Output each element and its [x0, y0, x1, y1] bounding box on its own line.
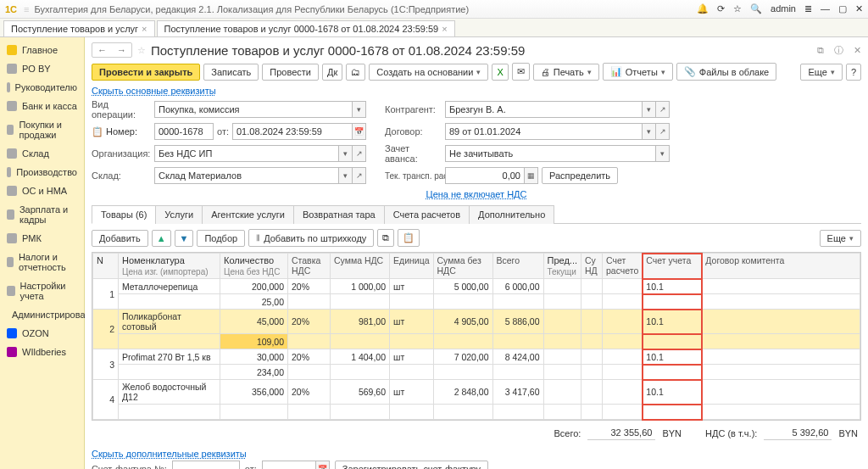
col-cu[interactable]: Су НД [581, 254, 603, 279]
op-type-input[interactable] [154, 101, 353, 118]
window-info-icon[interactable]: ⓘ [834, 44, 843, 57]
add-button[interactable]: Добавить [92, 230, 148, 247]
partner-input[interactable] [445, 101, 643, 118]
sidebar-item-sales[interactable]: Покупки и продажи [0, 115, 84, 144]
excel-icon[interactable]: X [492, 64, 508, 81]
contract-input[interactable] [445, 123, 643, 140]
search-icon[interactable]: 🔍 [750, 3, 762, 14]
number-input[interactable] [154, 123, 214, 140]
sidebar-item-admin[interactable]: Администрирование [0, 305, 84, 324]
table-row-sub[interactable]: 109,00 [93, 334, 860, 349]
close-icon[interactable]: × [142, 24, 147, 34]
sidebar-item-settings[interactable]: Настройки учета [0, 276, 84, 305]
tab-services[interactable]: Услуги [155, 205, 203, 224]
table-row-sub[interactable]: 234,00 [93, 365, 860, 380]
sidebar-item-manager[interactable]: Руководителю [0, 78, 84, 97]
tab-goods[interactable]: Товары (6) [92, 205, 156, 224]
maximize-icon[interactable]: ▢ [838, 3, 847, 14]
sidebar-item-main[interactable]: Главное [0, 41, 84, 59]
dropdown-icon[interactable]: ▾ [339, 167, 353, 184]
col-acc-calc[interactable]: Счет расчето [603, 254, 643, 279]
bell-icon[interactable]: 🔔 [697, 3, 709, 14]
window-close-icon[interactable]: ✕ [854, 45, 861, 56]
menu-icon[interactable]: ≣ [804, 3, 812, 14]
copy-icon[interactable]: ⧉ [377, 229, 394, 247]
org-input[interactable] [154, 145, 339, 162]
date-input[interactable] [232, 123, 353, 140]
more-button[interactable]: Еще▾ [800, 64, 842, 81]
post-button[interactable]: Провести [262, 64, 319, 81]
col-rate[interactable]: Ставка НДС [288, 254, 331, 279]
open-icon[interactable]: ↗ [656, 101, 670, 118]
sidebar-item-assets[interactable]: ОС и НМА [0, 181, 84, 200]
table-row[interactable]: 1Металлочерепица200,00020%1 000,00шт5 00… [93, 279, 860, 294]
move-down-icon[interactable]: ▼ [175, 230, 194, 247]
env-icon[interactable]: ✉ [512, 63, 530, 81]
pick-button[interactable]: Подбор [197, 230, 245, 247]
tab-document[interactable]: Поступление товаров и услуг 0000-1678 от… [157, 20, 455, 36]
sidebar-item-ozon[interactable]: OZON [0, 324, 84, 343]
sf-number-input[interactable] [172, 461, 240, 469]
calendar-icon[interactable]: 📅 [316, 461, 330, 469]
hide-extra-link[interactable]: Скрыть дополнительные реквизиты [92, 449, 247, 459]
calendar-icon[interactable]: 📅 [353, 123, 366, 140]
save-button[interactable]: Записать [203, 64, 259, 81]
table-row-sub[interactable]: 25,00 [93, 294, 860, 310]
price-note-link[interactable]: Цена не включает НДС [426, 189, 527, 199]
star-icon[interactable]: ☆ [733, 3, 742, 14]
distribute-button[interactable]: Распределить [542, 167, 618, 184]
back-icon[interactable]: ← [92, 43, 112, 57]
paste-icon[interactable]: 📋 [398, 229, 420, 247]
tree-icon[interactable]: 🗂 [346, 64, 365, 81]
table-row[interactable]: 3Profimat 270 Вт 1,5 кв30,00020%1 404,00… [93, 349, 860, 365]
user-label[interactable]: admin [771, 3, 796, 14]
sidebar-item-rmk[interactable]: РМК [0, 229, 84, 248]
dropdown-icon[interactable]: ▾ [339, 145, 353, 162]
open-icon[interactable]: ↗ [353, 167, 366, 184]
tab-list[interactable]: Поступление товаров и услуг× [3, 20, 155, 36]
favorite-icon[interactable]: ☆ [137, 45, 146, 56]
tab-accounts[interactable]: Счета расчетов [384, 205, 470, 224]
transp-input[interactable] [445, 167, 525, 184]
sidebar-item-production[interactable]: Производство [0, 163, 84, 181]
window-link-icon[interactable]: ⧉ [817, 45, 824, 56]
open-icon[interactable]: ↗ [656, 123, 670, 140]
close-icon[interactable]: ✕ [855, 3, 863, 14]
forward-icon[interactable]: → [112, 43, 131, 57]
help-button[interactable]: ? [846, 64, 861, 81]
sidebar-item-poby[interactable]: PO BY [0, 59, 84, 78]
table-row-sub[interactable] [93, 405, 860, 420]
col-unit[interactable]: Единица [390, 254, 434, 279]
calc-icon[interactable]: ▦ [525, 167, 538, 184]
dropdown-icon[interactable]: ▾ [353, 101, 366, 118]
sidebar-item-wb[interactable]: WIldberies [0, 343, 84, 361]
post-close-button[interactable]: Провести и закрыть [92, 64, 200, 81]
cloud-button[interactable]: 📎 Файлы в облаке [676, 63, 776, 81]
sf-date-input[interactable] [262, 461, 316, 469]
col-nomen[interactable]: НоменклатураЦена изг. (импортера) [119, 254, 220, 279]
tab-tare[interactable]: Возвратная тара [293, 205, 385, 224]
print-button[interactable]: 🖨 Печать▾ [533, 64, 599, 81]
sidebar-item-warehouse[interactable]: Склад [0, 144, 84, 163]
col-komitent[interactable]: Договор комитента [702, 254, 860, 279]
dropdown-icon[interactable]: ▾ [643, 101, 656, 118]
warehouse-input[interactable] [154, 167, 339, 184]
col-account[interactable]: Счет учета [643, 254, 702, 279]
sidebar-item-salary[interactable]: Зарплата и кадры [0, 200, 84, 229]
create-based-button[interactable]: Создать на основании▾ [369, 64, 488, 81]
col-n[interactable]: N [93, 254, 119, 279]
close-icon[interactable]: × [442, 24, 447, 34]
col-total[interactable]: Всего [492, 254, 543, 279]
barcode-button[interactable]: ⦀ Добавить по штрихкоду [248, 229, 374, 247]
register-sf-button[interactable]: Зарегистрировать счет-фактуру [335, 461, 488, 469]
more-button[interactable]: Еще▾ [820, 230, 861, 247]
col-pred[interactable]: Пред...Текущи [543, 254, 581, 279]
sidebar-item-bank[interactable]: Банк и касса [0, 97, 84, 115]
col-sum[interactable]: Сумма без НДС [433, 254, 492, 279]
advance-input[interactable] [445, 145, 656, 162]
move-up-icon[interactable]: ▲ [152, 230, 171, 247]
dk-icon[interactable]: Дк [322, 64, 342, 81]
tab-extra[interactable]: Дополнительно [469, 205, 554, 224]
dropdown-icon[interactable]: ▾ [656, 145, 670, 162]
dropdown-icon[interactable]: ▾ [643, 123, 656, 140]
